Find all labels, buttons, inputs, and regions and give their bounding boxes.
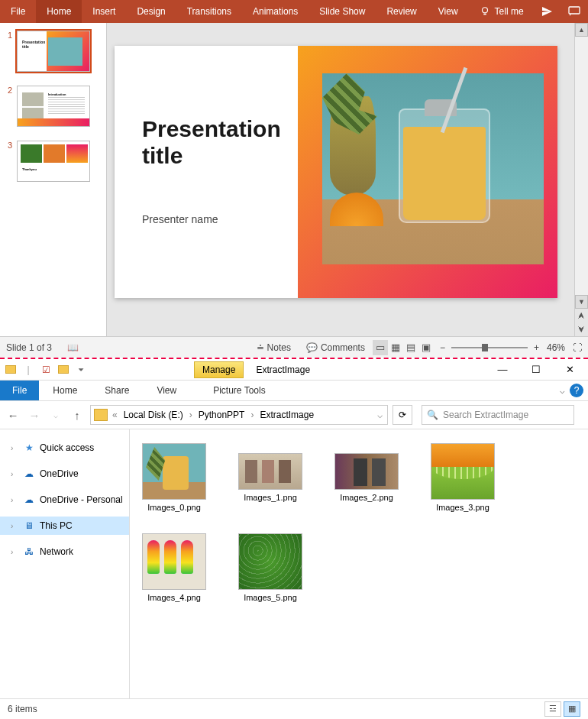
home-menu[interactable]: Home	[39, 385, 91, 396]
expand-icon[interactable]: ›	[11, 522, 18, 530]
slide-subtitle[interactable]: Presenter name	[142, 213, 298, 225]
star-icon: ★	[23, 442, 35, 453]
sorter-view-icon[interactable]: ▦	[388, 340, 403, 355]
nav-pane: › ★ Quick access › ☁ OneDrive › ☁ OneDri…	[0, 429, 130, 698]
reading-view-icon[interactable]: ▤	[403, 340, 418, 355]
slide[interactable]: Presentation title Presenter name	[115, 46, 557, 298]
refresh-button[interactable]: ⟳	[393, 405, 412, 425]
slideshow-view-icon[interactable]: ▣	[418, 340, 434, 355]
file-list[interactable]: Images_0.png Images_1.png Images_2.png	[130, 429, 588, 698]
slide-image-area	[298, 46, 557, 298]
notes-label: Notes	[267, 342, 291, 353]
slide-thumbnails-panel: 1 Presentationtitle 2 Introduction	[0, 23, 107, 336]
details-view-icon[interactable]: ☲	[544, 701, 561, 717]
nav-quick-access[interactable]: › ★ Quick access	[0, 439, 129, 457]
manage-tab[interactable]: Manage	[194, 361, 244, 378]
nav-this-pc[interactable]: › 🖥 This PC	[0, 517, 129, 535]
qat-dropdown-icon[interactable]: ⏷	[73, 362, 89, 377]
nav-label: OneDrive - Personal	[40, 494, 123, 505]
next-slide-arrow[interactable]: ⮟	[575, 322, 588, 336]
breadcrumb-separator[interactable]: ›	[188, 410, 194, 420]
tab-view[interactable]: View	[428, 0, 469, 23]
scroll-down-arrow[interactable]: ▼	[575, 295, 588, 309]
thumb-number: 2	[5, 86, 17, 127]
breadcrumb-separator[interactable]: ›	[249, 410, 255, 420]
zoom-percent[interactable]: 46%	[547, 342, 565, 353]
address-dropdown[interactable]: ⌵	[376, 410, 384, 420]
tab-animations[interactable]: Animations	[242, 0, 309, 23]
zoom-slider[interactable]	[451, 347, 528, 348]
file-item[interactable]: Images_1.png	[234, 443, 307, 512]
expand-icon[interactable]: ›	[11, 470, 18, 478]
zoom-in-button[interactable]: +	[534, 342, 539, 353]
file-name: Images_0.png	[147, 503, 201, 512]
up-button[interactable]: ↑	[69, 406, 86, 423]
file-item[interactable]: Images_3.png	[426, 443, 499, 512]
nav-onedrive[interactable]: › ☁ OneDrive	[0, 465, 129, 483]
tab-insert[interactable]: Insert	[82, 0, 126, 23]
file-thumbnail	[334, 453, 399, 490]
slide-title[interactable]: Presentation title	[142, 116, 298, 169]
slide-thumbnail-3[interactable]: Thankyou	[17, 141, 90, 182]
file-item[interactable]: Images_4.png	[137, 533, 211, 602]
comments-button[interactable]: 💬 Comments	[306, 342, 365, 353]
normal-view-icon[interactable]: ▭	[373, 340, 388, 355]
forward-button[interactable]: →	[26, 406, 43, 423]
file-item[interactable]: Images_0.png	[137, 443, 211, 512]
tab-design[interactable]: Design	[126, 0, 176, 23]
view-menu[interactable]: View	[143, 385, 190, 396]
slide-thumbnail-2[interactable]: Introduction	[17, 86, 90, 127]
tab-home[interactable]: Home	[36, 0, 82, 23]
zoom-out-button[interactable]: −	[440, 342, 445, 353]
breadcrumb-separator[interactable]: «	[111, 410, 119, 420]
expand-icon[interactable]: ›	[11, 496, 18, 504]
smoothie-image	[322, 73, 544, 264]
notes-button[interactable]: ≐ Notes	[257, 342, 291, 353]
expand-icon[interactable]: ›	[11, 444, 18, 452]
share-menu[interactable]: Share	[91, 385, 143, 396]
maximize-button[interactable]: ☐	[521, 361, 551, 379]
file-item[interactable]: Images_5.png	[234, 533, 307, 602]
tab-review[interactable]: Review	[376, 0, 427, 23]
address-bar[interactable]: « Local Disk (E:) › PythonPPT › ExtractI…	[90, 405, 388, 425]
share-icon[interactable]	[541, 5, 553, 18]
properties-icon[interactable]: ☑	[38, 362, 53, 377]
tellme-input[interactable]: Tell me	[495, 6, 524, 17]
tab-slideshow[interactable]: Slide Show	[309, 0, 376, 23]
picture-tools-menu[interactable]: Picture Tools	[199, 385, 279, 396]
cloud-icon: ☁	[23, 494, 35, 505]
help-icon[interactable]: ?	[570, 384, 583, 397]
breadcrumb-pythonppt[interactable]: PythonPPT	[195, 410, 248, 420]
tab-file[interactable]: File	[0, 0, 36, 23]
thumb-number: 3	[5, 141, 17, 182]
recent-dropdown[interactable]: ⌵	[47, 406, 64, 423]
back-button[interactable]: ←	[5, 406, 21, 423]
close-button[interactable]: ✕	[554, 361, 585, 379]
file-item[interactable]: Images_2.png	[330, 443, 403, 512]
new-folder-icon[interactable]	[56, 362, 71, 377]
expand-icon[interactable]: ›	[11, 548, 18, 556]
spellcheck-icon[interactable]: 📖	[67, 342, 79, 353]
nav-label: Network	[40, 546, 73, 557]
large-icons-view-icon[interactable]: ▦	[564, 701, 580, 717]
slide-canvas[interactable]: Presentation title Presenter name	[107, 23, 574, 336]
breadcrumb-extractimage[interactable]: ExtractImage	[257, 410, 317, 420]
search-box[interactable]: 🔍 Search ExtractImage	[422, 405, 574, 425]
minimize-button[interactable]: —	[487, 361, 518, 379]
slide-thumbnail-1[interactable]: Presentationtitle	[17, 31, 90, 72]
vertical-scrollbar[interactable]: ▲ ▼ ⮝ ⮟	[574, 23, 588, 336]
ribbon-collapse-icon[interactable]: ⌵	[560, 386, 565, 396]
file-name: Images_2.png	[340, 493, 393, 502]
breadcrumb-root[interactable]: Local Disk (E:)	[121, 410, 186, 420]
tab-transitions[interactable]: Transitions	[176, 0, 242, 23]
prev-slide-arrow[interactable]: ⮝	[575, 309, 588, 322]
fit-to-window-icon[interactable]: ⛶	[573, 342, 582, 353]
comments-icon[interactable]	[568, 5, 580, 18]
nav-network[interactable]: › 🖧 Network	[0, 542, 129, 561]
scroll-up-arrow[interactable]: ▲	[575, 23, 588, 37]
nav-onedrive-personal[interactable]: › ☁ OneDrive - Personal	[0, 491, 129, 509]
file-name: Images_4.png	[147, 593, 201, 602]
thumb-row-3: 3 Thankyou	[0, 138, 106, 193]
file-menu[interactable]: File	[0, 381, 39, 400]
folder-icon[interactable]	[3, 362, 18, 377]
